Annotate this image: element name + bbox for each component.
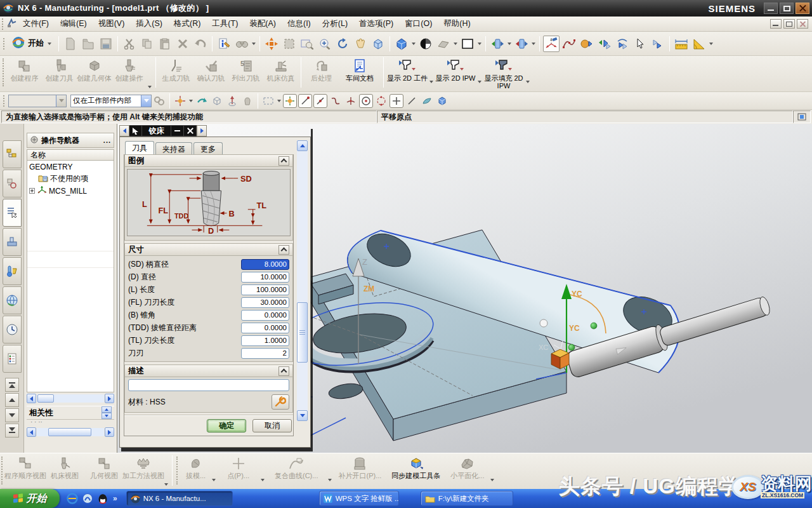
measure-dropdown-icon[interactable] <box>709 43 713 45</box>
draft-button[interactable]: 拔模... <box>181 455 211 479</box>
show-2d-workpiece-button[interactable]: 显示 2D 工件 <box>386 57 428 90</box>
machining-method-view-button[interactable]: 加工方法视图 <box>124 455 163 479</box>
close-button[interactable] <box>796 3 809 14</box>
shop-documentation-button[interactable]: 车间文档 <box>339 57 381 90</box>
dep-hscroll-thumb[interactable] <box>48 428 91 436</box>
navigator-hscrollbar[interactable] <box>27 394 114 403</box>
restore-button[interactable] <box>780 3 794 14</box>
scroll-down-button[interactable] <box>5 408 19 422</box>
render-style-icon[interactable] <box>417 36 434 52</box>
tip-length-input[interactable] <box>241 335 289 346</box>
dialog-scroll-down-icon[interactable] <box>297 410 308 421</box>
reuse-library-tab[interactable] <box>3 257 22 285</box>
create-group-dropdown-icon[interactable] <box>148 86 152 88</box>
background-rect-icon[interactable] <box>459 36 476 52</box>
csys-orient-icon[interactable] <box>543 36 560 52</box>
snap-handles-icon[interactable] <box>579 36 595 52</box>
curve-dropdown-icon[interactable] <box>328 479 332 481</box>
menu-assemblies[interactable]: 装配(A) <box>244 17 282 30</box>
show-filled-2d-ipw-button[interactable]: 显示填充 2D IPW <box>483 57 525 90</box>
menu-analysis[interactable]: 分析(L) <box>317 17 353 30</box>
taskbar-item-wps[interactable]: WPS 文字 抢鲜版 ... <box>319 491 399 506</box>
diameter-input[interactable] <box>241 272 289 283</box>
filter-dropdown-icon[interactable] <box>56 95 66 107</box>
menu-preferences[interactable]: 首选项(P) <box>353 17 399 30</box>
scroll-bottom-button[interactable] <box>5 424 19 438</box>
clip-window-icon[interactable] <box>793 110 811 123</box>
length-input[interactable] <box>241 284 289 295</box>
cancel-button[interactable]: 取消 <box>252 419 292 432</box>
menubar-grip[interactable] <box>2 18 5 30</box>
spline-icon[interactable] <box>561 36 577 52</box>
window-new-dropdown-icon[interactable] <box>508 43 511 45</box>
operation-navigator-tab[interactable] <box>3 199 22 227</box>
snap-enable-icon[interactable] <box>283 94 297 108</box>
program-order-view-button[interactable]: 程序顺序视图 <box>6 455 45 479</box>
cursor-select-icon[interactable] <box>632 36 648 52</box>
geometry-view-button[interactable]: 几何视图 <box>84 455 124 479</box>
scroll-up-button[interactable] <box>5 393 19 407</box>
chain-select-icon[interactable] <box>152 94 166 108</box>
measure-distance-icon[interactable] <box>673 36 690 52</box>
machine-navigator-tab[interactable] <box>3 228 22 256</box>
fit-view-icon[interactable] <box>263 36 280 52</box>
dependencies-up-icon[interactable] <box>102 406 112 413</box>
zoom-rect-icon[interactable] <box>299 36 315 52</box>
snap-solid-icon[interactable] <box>435 94 449 108</box>
selection-scope-combo[interactable]: 仅在工作部件内部 <box>70 95 152 107</box>
material-library-button[interactable] <box>272 394 289 410</box>
verify-toolpath-button[interactable]: 确认刀轨 <box>193 57 228 90</box>
navigator-more-button[interactable]: ... <box>103 137 111 144</box>
description-input[interactable] <box>128 379 289 391</box>
menu-view[interactable]: 视图(V) <box>93 17 131 30</box>
assembly-navigator-tab[interactable] <box>3 140 22 168</box>
menu-information[interactable]: 信息(I) <box>282 17 317 30</box>
taskbar-item-nx[interactable]: NX 6 - Manufactu... <box>126 491 233 506</box>
move-handles-icon[interactable] <box>596 36 613 52</box>
qq-icon[interactable] <box>96 492 109 505</box>
face-dropdown-icon[interactable] <box>454 43 457 45</box>
menu-insert[interactable]: 插入(S) <box>130 17 168 30</box>
snap-intersection-icon[interactable] <box>344 94 358 108</box>
start-app-button[interactable]: 开始 <box>8 34 56 53</box>
hscroll-right-icon[interactable] <box>105 394 114 403</box>
paste-icon[interactable] <box>157 36 173 52</box>
menu-file[interactable]: 文件(F) <box>17 17 55 30</box>
quick-launch-chevron[interactable]: » <box>113 494 117 503</box>
measure-angle-icon[interactable] <box>691 36 707 52</box>
origin-handle-ball[interactable] <box>540 319 547 327</box>
tree-row-geometry[interactable]: GEOMETRY <box>27 161 114 173</box>
facet-body-button[interactable]: 小平面化... <box>445 455 489 479</box>
dimensions-collapse-icon[interactable] <box>278 245 289 255</box>
constraint-navigator-tab[interactable] <box>3 170 22 197</box>
find-icon[interactable] <box>233 36 250 52</box>
show-2d-ipw-button[interactable]: 显示 2D IPW <box>435 57 476 90</box>
snap-face-icon[interactable] <box>420 94 434 108</box>
create-geometry-button[interactable]: 创建几何体 <box>77 57 112 90</box>
shaded-dropdown-icon[interactable] <box>412 43 416 45</box>
snap-point-menu-icon[interactable] <box>173 94 187 108</box>
modeling-toolbar-grip[interactable] <box>176 457 180 485</box>
tab-holder[interactable]: 夹持器 <box>155 142 192 154</box>
web-browser-tab[interactable] <box>3 286 22 314</box>
synchronous-modeling-button[interactable]: 同步建模工具条 <box>386 455 445 479</box>
dialog-next-icon[interactable] <box>197 125 207 137</box>
rotate-handle-ball[interactable] <box>591 323 597 329</box>
perspective-cube-icon[interactable] <box>370 36 386 52</box>
expand-icon[interactable] <box>29 188 35 194</box>
rotate-handle-ball2[interactable] <box>568 344 575 351</box>
facet-dropdown-icon[interactable] <box>490 479 494 481</box>
doc-close-button[interactable] <box>797 19 808 29</box>
scope-dropdown-icon[interactable] <box>141 95 151 107</box>
rotate-view-icon[interactable] <box>334 36 351 52</box>
doc-restore-button[interactable] <box>783 19 795 29</box>
dialog-minimize-icon[interactable] <box>171 125 184 137</box>
dialog-pointer-icon[interactable] <box>129 125 142 137</box>
menu-format[interactable]: 格式(R) <box>168 17 206 30</box>
show2dipw-dropdown-icon[interactable] <box>478 81 481 83</box>
point-dropdown-icon[interactable] <box>261 479 265 481</box>
description-group-header[interactable]: 描述 <box>124 364 293 377</box>
undo-icon[interactable] <box>192 36 209 52</box>
tree-row-mcs-mill[interactable]: MCS_MILL <box>27 185 114 197</box>
shaded-cube-icon[interactable] <box>393 36 410 52</box>
